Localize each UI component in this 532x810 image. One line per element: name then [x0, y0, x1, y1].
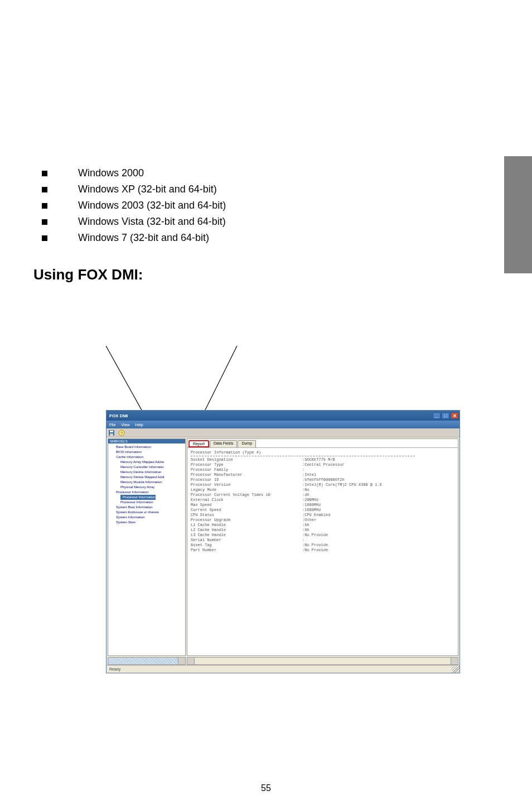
tab-report[interactable]: Report	[188, 440, 209, 447]
report-row: Processor Version:Intel(R) Core(TM)2 CPU…	[191, 483, 454, 488]
report-field-value: :1800MHz	[302, 503, 454, 508]
close-button[interactable]: ✕	[451, 412, 458, 419]
report-field-value: :Other	[302, 518, 454, 523]
bullet-icon	[42, 187, 47, 192]
menu-file[interactable]: File	[109, 423, 115, 427]
tree-item[interactable]: Memory Array Mapped Addre	[109, 460, 184, 465]
bullet-icon	[42, 203, 47, 209]
window-controls: _ □ ✕	[433, 412, 458, 419]
report-row: Processor Manufacturer:Intel	[191, 472, 454, 478]
report-title: Processor Information (Type 4)	[191, 450, 454, 455]
report-field-name: Processor Type	[191, 462, 302, 467]
report-field-value: :6h	[302, 528, 454, 533]
svg-rect-6	[110, 433, 113, 436]
tab-data-fields[interactable]: Data Fields	[210, 440, 237, 447]
section-heading: Using FOX DMI:	[33, 266, 499, 283]
report-field-name: Legacy Mode	[191, 488, 302, 493]
tree-item[interactable]: BIOS Information	[109, 450, 184, 455]
list-item-text: Windows 7 (32-bit and 64-bit)	[78, 232, 209, 244]
report-field-value: :	[302, 467, 454, 472]
list-item: Windows 7 (32-bit and 64-bit)	[42, 232, 499, 244]
tree-scrollbar[interactable]	[108, 657, 186, 665]
report-field-name: CPU Status	[191, 513, 302, 518]
tree-item[interactable]: Cache Information	[109, 455, 184, 460]
report-field-name: Processor Version	[191, 483, 302, 488]
report-field-name: Processor Manufacturer	[191, 472, 302, 478]
report-field-name: L1 Cache Handle	[191, 523, 302, 528]
save-icon[interactable]	[108, 430, 115, 436]
tree-panel[interactable]: SMBIOS2.5 Base Board Information BIOS In…	[108, 438, 186, 656]
list-item: Windows 2003 (32-bit and 64-bit)	[42, 200, 499, 211]
report-body: Processor Information (Type 4) Socket De…	[187, 447, 458, 643]
report-field-name: Processor Family	[191, 467, 302, 472]
report-field-value: :CPU Enabled	[302, 513, 454, 518]
report-field-name: Processor Current Voltage Times 10	[191, 493, 302, 498]
report-row: Processor Type:Central Processor	[191, 462, 454, 467]
list-item: Windows 2000	[42, 167, 499, 179]
divider	[191, 456, 415, 456]
report-row: Asset Tag:No Provide	[191, 543, 454, 548]
tab-strip: Report Data Fields Dump	[187, 439, 458, 447]
page-number: 55	[0, 783, 532, 793]
report-row: Processor ID:bfebfbff000006f2h	[191, 478, 454, 483]
report-field-value: :Intel(R) Core(TM)2 CPU 4300 @ 1.8	[302, 483, 454, 488]
report-field-name: Current Speed	[191, 508, 302, 513]
report-field-name: L3 Cache Handle	[191, 533, 302, 538]
report-row: Socket Designation:SOCKET775 M/B	[191, 457, 454, 462]
tree-item[interactable]: Processor Information	[109, 490, 184, 495]
maximize-button[interactable]: □	[442, 412, 449, 419]
list-item-text: Windows 2000	[78, 167, 144, 179]
report-field-name: Processor Upgrade	[191, 518, 302, 523]
report-field-value: :5h	[302, 523, 454, 528]
tree-item[interactable]: System Slots	[109, 520, 184, 525]
report-row: L3 Cache Handle:No Provide	[191, 533, 454, 538]
report-field-value: :No	[302, 488, 454, 493]
report-panel: Report Data Fields Dump Processor Inform…	[187, 438, 458, 656]
report-field-value: :dh	[302, 493, 454, 498]
report-row: Current Speed:1800MHz	[191, 508, 454, 513]
report-row: External Clock:200MHz	[191, 498, 454, 503]
report-row: Processor Family:	[191, 467, 454, 472]
report-scrollbar[interactable]	[187, 657, 458, 665]
menu-view[interactable]: View	[121, 423, 129, 427]
os-support-list: Windows 2000 Windows XP (32-bit and 64-b…	[42, 167, 499, 244]
tree-item[interactable]: Memory Device Information	[109, 470, 184, 475]
status-text: Ready	[109, 667, 120, 671]
svg-text:?: ?	[120, 431, 123, 436]
fox-dmi-window: FOX DMI _ □ ✕ File View Help ? SMBIOS2.5…	[106, 410, 460, 673]
tree-item[interactable]: Memory Device Mapped Addr	[109, 475, 184, 480]
tree-item[interactable]: Processor Information	[109, 500, 184, 505]
resize-grip-icon[interactable]	[452, 666, 460, 673]
tree-item[interactable]: System Boot Information	[109, 505, 184, 510]
report-field-value: :Central Processor	[302, 462, 454, 467]
list-item-text: Windows 2003 (32-bit and 64-bit)	[78, 200, 226, 211]
window-title: FOX DMI	[109, 413, 128, 418]
report-row: Processor Upgrade:Other	[191, 518, 454, 523]
menu-help[interactable]: Help	[135, 423, 143, 427]
report-row: Max Speed:1800MHz	[191, 503, 454, 508]
tree-item[interactable]: Memory Controller Informatio	[109, 465, 184, 470]
tree-item[interactable]: Base Board Information	[109, 445, 184, 450]
tree-item[interactable]: Memory Module Information	[109, 480, 184, 485]
report-row: L2 Cache Handle:6h	[191, 528, 454, 533]
report-field-value: :	[302, 538, 454, 543]
report-field-name: Processor ID	[191, 478, 302, 483]
main-area: SMBIOS2.5 Base Board Information BIOS In…	[107, 437, 460, 657]
report-field-name: Asset Tag	[191, 543, 302, 548]
report-row: L1 Cache Handle:5h	[191, 523, 454, 528]
help-icon[interactable]: ?	[118, 430, 125, 436]
report-field-name: Socket Designation	[191, 457, 302, 462]
horizontal-scrollbars	[107, 657, 460, 665]
tab-dump[interactable]: Dump	[238, 440, 256, 447]
report-row: Processor Current Voltage Times 10:dh	[191, 493, 454, 498]
list-item-text: Windows XP (32-bit and 64-bit)	[78, 184, 217, 195]
report-field-name: Part Number	[191, 548, 302, 553]
tree-item-selected[interactable]: Processor Information	[120, 495, 156, 500]
tree-item[interactable]: System Information	[109, 515, 184, 520]
report-field-name: Serial Number	[191, 538, 302, 543]
report-field-value: :1800MHz	[302, 508, 454, 513]
minimize-button[interactable]: _	[433, 412, 441, 419]
tree-item[interactable]: Physical Memory Array	[109, 485, 184, 490]
tree-item[interactable]: System Enclosure or chassis	[109, 510, 184, 515]
titlebar: FOX DMI _ □ ✕	[107, 411, 460, 421]
